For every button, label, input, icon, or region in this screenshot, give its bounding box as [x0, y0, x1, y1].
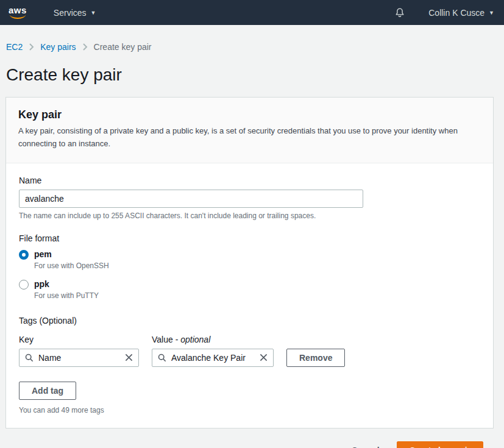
page-title: Create key pair — [6, 65, 494, 85]
radio-option-text: ppk For use with PuTTY — [34, 279, 99, 300]
search-icon — [25, 354, 34, 362]
tag-value-input-box — [152, 349, 274, 367]
aws-logo-text: aws — [9, 6, 27, 15]
radio-pem-label: pem — [34, 249, 52, 259]
chevron-right-icon — [82, 43, 88, 51]
close-icon — [260, 354, 268, 361]
chevron-down-icon: ▼ — [489, 10, 494, 16]
tag-value-input[interactable] — [171, 353, 255, 363]
radio-pem-description: For use with OpenSSH — [34, 261, 109, 270]
tag-key-input[interactable] — [38, 353, 120, 363]
user-name: Collin K Cusce — [428, 8, 484, 18]
tag-value-label: Value - optional — [152, 335, 274, 344]
tag-key-label: Key — [19, 335, 139, 344]
radio-option-pem[interactable]: pem For use with OpenSSH — [19, 249, 481, 270]
tag-value-label-optional: optional — [180, 335, 210, 344]
cancel-button[interactable]: Cancel — [352, 446, 380, 448]
services-menu[interactable]: Services ▼ — [54, 8, 96, 18]
card-title: Key pair — [18, 108, 481, 121]
bell-icon — [394, 7, 405, 18]
create-key-pair-button[interactable]: Create key pair — [397, 441, 483, 448]
notifications-button[interactable] — [394, 7, 405, 18]
breadcrumb-key-pairs[interactable]: Key pairs — [40, 42, 76, 52]
breadcrumb-ec2[interactable]: EC2 — [6, 42, 23, 52]
name-input[interactable] — [19, 190, 363, 208]
radio-unselected-icon[interactable] — [19, 280, 29, 290]
card-body: Name The name can include up to 255 ASCI… — [6, 163, 493, 428]
card-description: A key pair, consisting of a private key … — [18, 125, 481, 151]
chevron-down-icon: ▼ — [91, 10, 96, 16]
key-pair-card: Key pair A key pair, consisting of a pri… — [5, 97, 494, 428]
breadcrumb: EC2 Key pairs Create key pair — [6, 42, 494, 52]
radio-ppk-description: For use with PuTTY — [34, 291, 99, 300]
radio-option-ppk[interactable]: ppk For use with PuTTY — [19, 279, 481, 300]
close-icon — [125, 354, 133, 361]
tag-key-column: Key — [19, 335, 139, 367]
tags-section-label: Tags (Optional) — [19, 316, 481, 325]
tags-section: Tags (Optional) Key — [19, 316, 481, 414]
name-field-label: Name — [19, 176, 481, 185]
user-menu[interactable]: Collin K Cusce ▼ — [428, 8, 494, 18]
add-tag-button[interactable]: Add tag — [19, 382, 76, 400]
tag-value-column: Value - optional — [152, 335, 274, 367]
radio-ppk-label: ppk — [34, 279, 49, 289]
name-field-hint: The name can include up to 255 ASCII cha… — [19, 212, 481, 220]
radio-option-text: pem For use with OpenSSH — [34, 249, 109, 270]
tag-row: Key — [19, 335, 481, 367]
tag-value-label-prefix: Value - — [152, 335, 180, 344]
file-format-group: File format pem For use with OpenSSH ppk… — [19, 233, 481, 300]
top-navigation-bar: aws Services ▼ Collin K Cusce ▼ — [0, 0, 504, 25]
aws-smile-swoosh — [10, 15, 26, 19]
tags-remaining-hint: You can add 49 more tags — [19, 406, 481, 414]
page-content: EC2 Key pairs Create key pair Create key… — [0, 42, 504, 448]
card-header: Key pair A key pair, consisting of a pri… — [6, 98, 493, 163]
aws-logo[interactable]: aws — [9, 6, 27, 19]
clear-value-button[interactable] — [260, 354, 268, 361]
remove-tag-button[interactable]: Remove — [286, 349, 345, 367]
form-actions: Cancel Create key pair — [6, 428, 494, 448]
tag-key-input-box — [19, 349, 139, 367]
chevron-right-icon — [29, 43, 34, 51]
search-icon — [158, 354, 166, 362]
clear-key-button[interactable] — [125, 354, 133, 361]
services-menu-label: Services — [54, 8, 87, 18]
file-format-label: File format — [19, 233, 481, 243]
breadcrumb-current: Create key pair — [94, 42, 152, 52]
radio-selected-icon[interactable] — [19, 250, 29, 260]
